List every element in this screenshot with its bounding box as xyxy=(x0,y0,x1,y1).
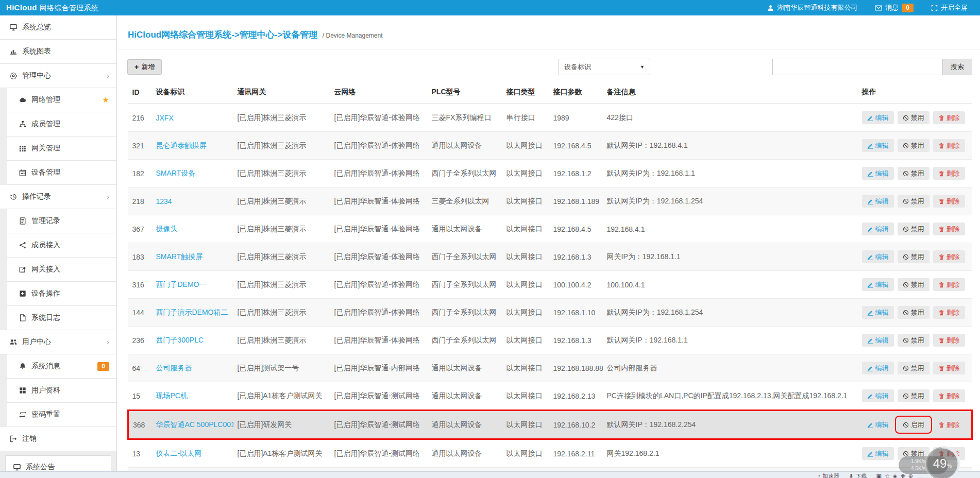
search-input[interactable] xyxy=(772,59,942,75)
device-link[interactable]: JXFX xyxy=(156,114,174,122)
edit-button[interactable]: 编辑 xyxy=(862,362,894,374)
device-link[interactable]: 1234 xyxy=(156,197,172,206)
device-link[interactable]: 昆仑通泰触摸屏 xyxy=(156,141,207,149)
app-brand[interactable]: HiCloud网络综合管理系统 xyxy=(0,3,98,13)
edit-icon xyxy=(867,282,873,288)
fullscreen-toggle[interactable]: 开启全屏 xyxy=(931,3,968,12)
enable-button[interactable]: 启用 xyxy=(898,418,930,431)
disable-button[interactable]: 禁用 xyxy=(898,306,930,319)
device-link[interactable]: 仪表二-以太网 xyxy=(156,449,202,457)
disable-button[interactable]: 禁用 xyxy=(898,139,930,152)
sidebar-item-system-messages[interactable]: 系统消息0 xyxy=(7,354,116,379)
sidebar-item-admin-records[interactable]: 管理记录 xyxy=(7,209,116,233)
device-link[interactable]: 华辰智通AC 500PLC001 xyxy=(156,420,233,429)
sidebar-item-system-logs[interactable]: 系统日志 xyxy=(7,306,116,330)
comm-gateway: [已启用]测试架一号 xyxy=(233,354,330,382)
star-icon[interactable]: ★ xyxy=(103,95,109,105)
accelerator-item[interactable]: ◔加速器 xyxy=(817,472,840,478)
sidebar-item-network-mgmt[interactable]: 网络管理★ xyxy=(7,88,116,112)
device-row-368: 368华辰智通AC 500PLC001[已启用]研发网关[已启用]华辰智通-测试… xyxy=(128,411,972,439)
logout-icon xyxy=(9,435,18,442)
edit-button[interactable]: 编辑 xyxy=(862,447,894,460)
delete-button[interactable]: 删除 xyxy=(933,139,965,152)
interface-param: 192.168.4.5 xyxy=(549,215,603,243)
edit-button[interactable]: 编辑 xyxy=(862,250,894,263)
sidebar-item-member-access[interactable]: 成员接入 xyxy=(7,233,116,258)
edit-button[interactable]: 编辑 xyxy=(862,139,894,152)
disable-button[interactable]: 禁用 xyxy=(898,250,930,263)
disable-button[interactable]: 禁用 xyxy=(898,278,930,291)
edit-button[interactable]: 编辑 xyxy=(862,111,894,124)
device-row-144: 144西门子演示DEMO箱二[已启用]株洲三菱演示[已启用]华辰智通-体验网络西… xyxy=(128,299,972,327)
interface-type: 以太网接口 xyxy=(502,132,549,160)
resource-monitor-widget[interactable]: 49% xyxy=(923,445,961,478)
device-link[interactable]: 公司服务器 xyxy=(156,364,192,372)
plc-model: 通用以太网设备 xyxy=(428,382,502,411)
delete-button[interactable]: 删除 xyxy=(933,278,965,291)
search-button[interactable]: 搜索 xyxy=(942,59,972,75)
sidebar-item-device-mgmt[interactable]: 设备管理 xyxy=(7,161,116,185)
trash-icon xyxy=(938,254,944,260)
device-link[interactable]: SMART设备 xyxy=(156,169,196,177)
delete-button[interactable]: 删除 xyxy=(933,306,965,319)
ban-icon xyxy=(903,170,909,177)
delete-button[interactable]: 删除 xyxy=(933,250,965,263)
remark: 100.100.4.1 xyxy=(603,271,858,299)
sidebar-item-user-profile[interactable]: 用户资料 xyxy=(7,379,116,403)
cloud-network: [已启用]华辰智通-测试网络 xyxy=(330,439,428,468)
delete-button[interactable]: 删除 xyxy=(933,362,965,374)
sidebar-item-member-mgmt[interactable]: 成员管理 xyxy=(7,112,116,136)
sidebar-item-password-reset[interactable]: 密码重置 xyxy=(7,403,116,427)
disable-button[interactable]: 禁用 xyxy=(898,111,930,124)
delete-button[interactable]: 删除 xyxy=(933,111,965,124)
sidebar-item-label: 用户资料 xyxy=(31,386,60,395)
edit-button[interactable]: 编辑 xyxy=(862,418,894,431)
edit-button[interactable]: 编辑 xyxy=(862,278,894,291)
edit-button[interactable]: 编辑 xyxy=(862,195,894,208)
edit-button[interactable]: 编辑 xyxy=(862,223,894,235)
delete-button[interactable]: 删除 xyxy=(933,418,965,431)
sidebar-item-system-overview[interactable]: 系统总览 xyxy=(0,15,116,40)
disable-button[interactable]: 禁用 xyxy=(898,334,930,347)
delete-button[interactable]: 删除 xyxy=(933,334,965,347)
device-link[interactable]: 西门子300PLC xyxy=(156,336,204,344)
disable-button[interactable]: 禁用 xyxy=(898,223,930,235)
delete-button[interactable]: 删除 xyxy=(933,223,965,235)
cloud-network: [已启用]华辰智通-体验网络 xyxy=(330,187,428,215)
cloud-network: [已启用]华辰智通-内部网络 xyxy=(330,354,428,382)
add-device-button[interactable]: + 新增 xyxy=(127,59,162,75)
sidebar-item-operation-logs[interactable]: 操作记录› xyxy=(0,185,116,209)
sidebar-item-user-center[interactable]: 用户中心› xyxy=(0,330,116,354)
sidebar-item-logout[interactable]: 注销 xyxy=(0,427,116,451)
device-link[interactable]: 摄像头 xyxy=(156,225,178,233)
disable-button[interactable]: 禁用 xyxy=(898,362,930,374)
disable-button[interactable]: 禁用 xyxy=(898,167,930,180)
sidebar-item-device-operations[interactable]: 设备操作 xyxy=(7,282,116,306)
trash-icon xyxy=(938,365,944,371)
sidebar-item-gateway-mgmt[interactable]: 网关管理 xyxy=(7,136,116,161)
device-link[interactable]: SMART触摸屏 xyxy=(156,252,203,261)
edit-button[interactable]: 编辑 xyxy=(862,334,894,347)
filter-field-select[interactable]: 设备标识 ▼ xyxy=(559,59,650,75)
disable-button[interactable]: 禁用 xyxy=(898,389,930,402)
edit-button[interactable]: 编辑 xyxy=(862,167,894,180)
disable-button[interactable]: 禁用 xyxy=(898,195,930,208)
delete-button[interactable]: 删除 xyxy=(933,167,965,180)
delete-button[interactable]: 删除 xyxy=(933,195,965,208)
messages-menu[interactable]: 消息 0 xyxy=(875,3,914,12)
column-header: ID xyxy=(128,82,152,104)
sidebar-item-admin-center[interactable]: 管理中心› xyxy=(0,64,116,88)
device-link[interactable]: 西门子DEMO一 xyxy=(156,280,207,288)
edit-icon xyxy=(867,143,873,149)
device-link[interactable]: 现场PC机 xyxy=(156,391,188,400)
edit-button[interactable]: 编辑 xyxy=(862,306,894,319)
remark: PC连接到模块的LAN口,PC的IP配置成192.168.2.13,网关配置成1… xyxy=(603,382,858,411)
device-link[interactable]: 西门子演示DEMO箱二 xyxy=(156,308,228,316)
edit-button[interactable]: 编辑 xyxy=(862,389,894,402)
sidebar-item-system-charts[interactable]: 系统图表 xyxy=(0,40,116,64)
device-row-64: 64公司服务器[已启用]测试架一号[已启用]华辰智通-内部网络通用以太网设备以太… xyxy=(128,354,972,382)
account-menu[interactable]: 湖南华辰智通科技有限公司 xyxy=(767,3,857,12)
sidebar-item-gateway-access[interactable]: 网关接入 xyxy=(7,258,116,282)
delete-button[interactable]: 删除 xyxy=(933,389,965,402)
download-item[interactable]: ⬇下载 xyxy=(849,472,867,478)
